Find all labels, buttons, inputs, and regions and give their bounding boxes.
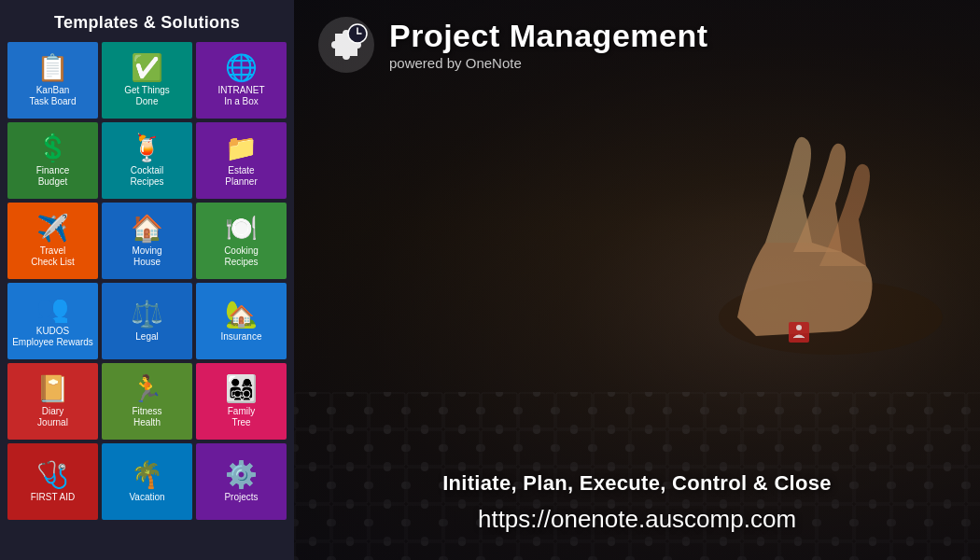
tile-label-intranet: INTRANETIn a Box: [218, 85, 265, 107]
tile-insurance[interactable]: 🏡Insurance: [196, 283, 287, 359]
tile-icon-get-things-done: ✅: [131, 55, 163, 81]
tile-diary-journal[interactable]: 📔DiaryJournal: [7, 363, 98, 440]
bottom-section: Initiate, Plan, Execute, Control & Close…: [316, 471, 958, 541]
tile-label-moving-house: MovingHouse: [132, 245, 161, 268]
tile-label-travel-checklist: TravelCheck List: [31, 245, 75, 268]
tile-label-vacation: Vacation: [129, 492, 164, 503]
tile-label-cocktail-recipes: CocktailRecipes: [130, 165, 163, 188]
tile-icon-fitness-health: 🏃: [131, 376, 163, 402]
tile-icon-vacation: 🌴: [131, 462, 163, 488]
tile-label-diary-journal: DiaryJournal: [37, 406, 68, 428]
tile-legal[interactable]: ⚖️Legal: [102, 283, 192, 359]
tile-icon-kudos: 👥: [36, 296, 69, 322]
tile-label-cooking-recipes: CookingRecipes: [224, 245, 259, 268]
tile-icon-cocktail-recipes: 🍹: [131, 135, 163, 161]
tiles-grid: 📋KanBanTask Board✅Get ThingsDone🌐INTRANE…: [7, 42, 287, 520]
header-text: Project Management powered by OneNote: [389, 19, 708, 71]
tile-icon-insurance: 🏡: [225, 301, 258, 328]
tile-intranet[interactable]: 🌐INTRANETIn a Box: [196, 42, 287, 119]
right-panel: Project Management powered by OneNote In…: [294, 0, 980, 560]
tile-icon-family-tree: 👨‍👩‍👧‍👦: [225, 376, 258, 402]
tile-icon-cooking-recipes: 🍽️: [225, 216, 258, 242]
app-subtitle: powered by OneNote: [389, 55, 708, 71]
app-logo: [316, 15, 376, 75]
right-content: Project Management powered by OneNote In…: [294, 0, 980, 560]
tile-icon-diary-journal: 📔: [36, 376, 69, 402]
tile-icon-moving-house: 🏠: [131, 216, 163, 242]
app-title: Project Management: [389, 19, 708, 53]
tile-icon-kanban: 📋: [36, 55, 69, 81]
left-panel: Templates & Solutions 📋KanBanTask Board✅…: [0, 0, 294, 560]
tile-label-legal: Legal: [135, 331, 158, 343]
header-section: Project Management powered by OneNote: [316, 15, 958, 75]
tile-label-kudos: KUDOSEmployee Rewards: [12, 326, 93, 348]
tile-icon-travel-checklist: ✈️: [36, 216, 69, 242]
tile-moving-house[interactable]: 🏠MovingHouse: [102, 203, 192, 279]
tile-fitness-health[interactable]: 🏃FitnessHealth: [102, 363, 192, 440]
tile-label-projects: Projects: [224, 492, 258, 503]
tile-icon-legal: ⚖️: [131, 301, 163, 328]
tile-icon-intranet: 🌐: [225, 55, 258, 81]
tile-label-family-tree: FamilyTree: [228, 406, 255, 428]
tile-travel-checklist[interactable]: ✈️TravelCheck List: [7, 203, 98, 279]
tile-kudos[interactable]: 👥KUDOSEmployee Rewards: [7, 283, 98, 359]
tile-icon-estate-planner: 📁: [225, 135, 258, 161]
tile-label-get-things-done: Get ThingsDone: [124, 85, 170, 107]
tile-finance-budget[interactable]: 💲FinanceBudget: [7, 122, 98, 199]
tile-label-kanban: KanBanTask Board: [29, 85, 76, 107]
tile-icon-finance-budget: 💲: [36, 135, 69, 161]
panel-title: Templates & Solutions: [7, 7, 287, 42]
tile-label-finance-budget: FinanceBudget: [36, 165, 70, 188]
tile-icon-projects: ⚙️: [225, 462, 258, 488]
tile-label-first-aid: FIRST AID: [31, 492, 76, 503]
tile-icon-first-aid: 🩺: [36, 462, 69, 488]
tile-label-insurance: Insurance: [221, 331, 262, 343]
tile-projects[interactable]: ⚙️Projects: [196, 443, 287, 520]
tile-kanban[interactable]: 📋KanBanTask Board: [7, 42, 98, 119]
tile-get-things-done[interactable]: ✅Get ThingsDone: [102, 42, 192, 119]
tile-label-estate-planner: EstatePlanner: [225, 165, 257, 188]
tile-label-fitness-health: FitnessHealth: [132, 406, 161, 428]
tile-cocktail-recipes[interactable]: 🍹CocktailRecipes: [102, 122, 192, 199]
website-url: https://onenote.auscomp.com: [316, 505, 958, 534]
tile-cooking-recipes[interactable]: 🍽️CookingRecipes: [196, 203, 287, 279]
tagline: Initiate, Plan, Execute, Control & Close: [316, 471, 958, 496]
tile-family-tree[interactable]: 👨‍👩‍👧‍👦FamilyTree: [196, 363, 287, 440]
tile-vacation[interactable]: 🌴Vacation: [102, 443, 192, 520]
tile-estate-planner[interactable]: 📁EstatePlanner: [196, 122, 287, 199]
tile-first-aid[interactable]: 🩺FIRST AID: [7, 443, 98, 520]
